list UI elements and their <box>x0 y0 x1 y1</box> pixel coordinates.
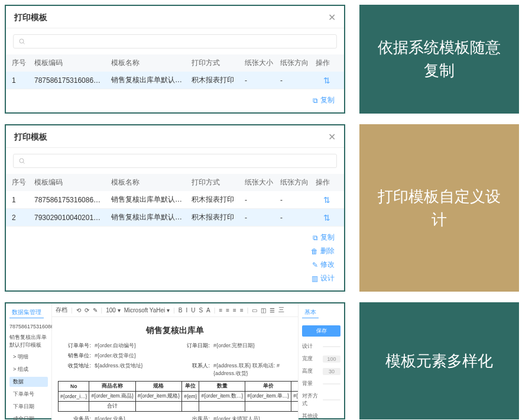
copy-icon: ⧉ <box>313 234 318 242</box>
italic-icon[interactable]: I <box>186 307 187 314</box>
prop-row: 高度30 <box>302 366 340 376</box>
edit-action[interactable]: ✎修改 <box>312 260 335 270</box>
redo-icon[interactable]: ⟳ <box>85 307 89 314</box>
caption-2: 打印模板自定义设计 <box>359 124 519 292</box>
table-header: 序号 模板编码 模板名称 打印方式 纸张大小 纸张方向 操作 <box>6 54 344 72</box>
prop-row: 其他设置 <box>302 411 340 420</box>
designer-right-panel: 基本 保存 设计 宽度100 高度30 背景 对齐方式 其他设置 <box>298 303 344 420</box>
template-id: 787586175316086784 <box>9 323 48 331</box>
prop-row: 对齐方式 <box>302 391 340 409</box>
border-icon[interactable]: ▭ <box>252 307 257 314</box>
left-tab[interactable]: 数据集管理 <box>9 307 44 318</box>
align-icon[interactable]: ≡ <box>240 307 244 314</box>
form-title: 销售复核出库单 <box>58 325 292 336</box>
merge-icon[interactable]: ◫ <box>261 307 266 314</box>
strike-icon[interactable]: S <box>199 307 203 314</box>
tree-group[interactable]: 数据 <box>9 377 48 387</box>
form-meta: 订单单号:#{order.自动编号} 订单日期:#{order.完整日期} 销售… <box>58 342 292 377</box>
design-action[interactable]: ▥设计 <box>312 273 335 283</box>
form-footer: 业务员:#{order.业务} 出库员:#{order.未填写人员} <box>58 415 292 420</box>
search-icon <box>18 38 25 45</box>
svg-point-2 <box>20 159 24 163</box>
copy-action[interactable]: ⧉复制 <box>313 232 335 243</box>
prop-row: 设计 <box>302 341 340 351</box>
template-designer: 数据集管理 787586175316086784 销售复核出库单默认打印模板 >… <box>5 302 345 419</box>
align-icon[interactable]: ≡ <box>233 307 236 314</box>
search-input[interactable] <box>13 154 337 168</box>
field-item[interactable]: 下单单号 <box>9 389 48 399</box>
edit-icon[interactable]: ✎ <box>93 307 98 314</box>
dialog-title: 打印模板 <box>14 132 47 143</box>
copy-icon: ⧉ <box>313 96 318 105</box>
designer-toolbar: 存档| ⟲ ⟳ ✎| 100 ▾ Microsoft YaHei ▾| B I … <box>52 303 298 317</box>
right-tab[interactable]: 基本 <box>302 307 319 318</box>
delete-action[interactable]: 🗑删除 <box>311 246 335 256</box>
zoom-select[interactable]: 100 ▾ <box>106 307 120 314</box>
field-item[interactable]: 成交日期 <box>9 414 48 421</box>
dialog-print-templates-1: 打印模板 ✕ 序号 模板编码 模板名称 打印方式 纸张大小 纸张方向 操作 1 … <box>5 5 345 114</box>
search-icon <box>18 157 25 164</box>
search-field[interactable] <box>29 37 332 46</box>
copy-action[interactable]: ⧉ 复制 <box>313 95 335 105</box>
tree-item[interactable]: > 明细 <box>9 352 48 362</box>
row-action-icon[interactable]: ⇅ <box>313 76 340 85</box>
design-icon: ▥ <box>312 274 318 283</box>
table-row[interactable]: 1 787586175316086… 销售复核出库单默认打印模板 积木报表打印 … <box>6 72 344 89</box>
row-action-icon[interactable]: ⇅ <box>313 213 340 222</box>
designer-canvas-area: 存档| ⟲ ⟳ ✎| 100 ▾ Microsoft YaHei ▾| B I … <box>52 303 298 420</box>
items-table: No商品名称规格 单位数量单价 金额配送数量备注 #{order_i…}#{or… <box>58 381 298 412</box>
save-button[interactable]: 保存 <box>302 325 340 337</box>
prop-row: 背景 <box>302 379 340 389</box>
align-icon[interactable]: ≡ <box>226 307 229 314</box>
svg-line-3 <box>23 162 24 163</box>
menu-icon[interactable]: 三 <box>278 306 284 314</box>
search-input[interactable] <box>13 34 337 49</box>
field-item[interactable]: 下单日期 <box>9 402 48 412</box>
table-header: 序号 模板编码 模板名称 打印方式 纸张大小 纸张方向 操作 <box>6 174 344 191</box>
font-select[interactable]: Microsoft YaHei ▾ <box>124 307 170 314</box>
undo-icon[interactable]: ⟲ <box>76 307 81 314</box>
search-field[interactable] <box>29 157 332 165</box>
underline-icon[interactable]: U <box>191 307 195 314</box>
tool-save[interactable]: 存档 <box>56 306 67 314</box>
bold-icon[interactable]: B <box>179 307 183 314</box>
color-icon[interactable]: A <box>206 307 210 314</box>
rows-icon[interactable]: ☰ <box>270 307 275 314</box>
design-canvas[interactable]: 销售复核出库单 订单单号:#{order.自动编号} 订单日期:#{order.… <box>52 317 298 420</box>
designer-left-panel: 数据集管理 787586175316086784 销售复核出库单默认打印模板 >… <box>6 303 52 420</box>
template-subtitle: 销售复核出库单默认打印模板 <box>9 334 48 350</box>
dialog-title: 打印模板 <box>14 12 47 23</box>
tree-item[interactable]: > 组成 <box>9 364 48 374</box>
table-row[interactable]: 1 787586175316086… 销售复核出库单默认打印模板 积木报表打印 … <box>6 191 344 209</box>
caption-1: 依据系统模板随意复制 <box>359 5 519 114</box>
close-icon[interactable]: ✕ <box>328 131 336 143</box>
svg-point-0 <box>20 39 24 43</box>
align-icon[interactable]: ≡ <box>219 307 222 314</box>
row-action-icon[interactable]: ⇅ <box>313 195 340 205</box>
table-row[interactable]: 2 793029010040201… 销售复核出库单默认打印模板 (复制) 积木… <box>6 209 344 227</box>
caption-3: 模板元素多样化 <box>359 302 519 419</box>
svg-line-1 <box>23 43 24 44</box>
delete-icon: 🗑 <box>311 247 318 256</box>
edit-icon: ✎ <box>312 261 318 269</box>
close-icon[interactable]: ✕ <box>328 12 336 23</box>
prop-row: 宽度100 <box>302 354 340 364</box>
dialog-print-templates-2: 打印模板 ✕ 序号 模板编码 模板名称 打印方式 纸张大小 纸张方向 操作 1 … <box>5 124 345 292</box>
